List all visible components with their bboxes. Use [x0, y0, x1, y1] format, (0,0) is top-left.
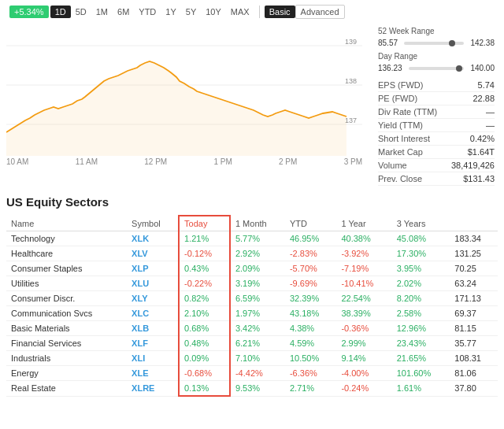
cell-today: 0.43%: [179, 261, 230, 276]
cell-symbol[interactable]: XLU: [127, 276, 179, 291]
cell-1month: 1.97%: [230, 306, 285, 321]
cell-3years: 12.96%: [392, 321, 450, 336]
time-btn-ytd[interactable]: YTD: [134, 6, 161, 18]
cell-3years: 17.30%: [392, 246, 450, 261]
short-interest-label: Short Interest: [378, 134, 430, 143]
cell-3years: 23.43%: [392, 336, 450, 351]
sector-table-header: Name Symbol Today 1 Month YTD 1 Year 3 Y…: [6, 216, 498, 231]
cell-1month: 3.42%: [230, 321, 285, 336]
cell-3years: 2.58%: [392, 306, 450, 321]
cell-symbol[interactable]: XLP: [127, 261, 179, 276]
time-btn-1y[interactable]: 1Y: [161, 6, 180, 18]
time-btn-1m[interactable]: 1M: [91, 6, 113, 18]
cell-1month: 6.59%: [230, 291, 285, 306]
col-1month: 1 Month: [230, 216, 285, 231]
cell-extra: 69.37: [450, 306, 498, 321]
cell-symbol[interactable]: XLF: [127, 336, 179, 351]
table-row: Consumer Discr. XLY 0.82% 6.59% 32.39% 2…: [6, 291, 498, 306]
percent-badge: +5.34%: [9, 6, 49, 18]
svg-marker-6: [6, 61, 346, 156]
table-row: Technology XLK 1.21% 5.77% 46.95% 40.38%…: [6, 231, 498, 246]
cell-symbol[interactable]: XLB: [127, 321, 179, 336]
prev-close-value: $131.43: [463, 174, 495, 183]
divrate-row: Div Rate (TTM) —: [378, 105, 495, 119]
time-btn-1d[interactable]: 1D: [50, 6, 71, 18]
cell-symbol[interactable]: XLE: [127, 366, 179, 381]
cell-name: Utilities: [6, 276, 127, 291]
cell-symbol[interactable]: XLRE: [127, 381, 179, 397]
cell-1year: -0.24%: [336, 381, 391, 397]
cell-1month: 2.92%: [230, 246, 285, 261]
time-btn-6m[interactable]: 6M: [113, 6, 134, 18]
yield-row: Yield (TTM) —: [378, 119, 495, 132]
yield-value: —: [486, 120, 495, 130]
table-row: Energy XLE -0.68% -4.42% -6.36% -4.00% 1…: [6, 366, 498, 381]
divrate-value: —: [486, 107, 495, 116]
time-btn-5y[interactable]: 5Y: [181, 6, 201, 18]
week-range-label: 52 Week Range: [378, 25, 495, 37]
sector-table: Name Symbol Today 1 Month YTD 1 Year 3 Y…: [6, 215, 498, 397]
day-range-row: 136.23 140.00: [378, 62, 495, 74]
cell-symbol[interactable]: XLK: [127, 231, 179, 246]
cell-name: Consumer Staples: [6, 261, 127, 276]
cell-today: 0.13%: [179, 381, 230, 397]
cell-ytd: 2.71%: [285, 381, 336, 397]
day-range-slider: [409, 67, 465, 70]
svg-text:137: 137: [345, 116, 357, 124]
cell-3years: 101.60%: [392, 366, 450, 381]
cell-ytd: -9.69%: [285, 276, 336, 291]
day-range-high: 140.00: [470, 64, 495, 72]
cell-1year: 2.99%: [336, 336, 391, 351]
cell-1year: 22.54%: [336, 291, 391, 306]
cell-name: Healthcare: [6, 246, 127, 261]
right-panel: 52 Week Range 85.57 142.38 Day Range 136…: [369, 22, 504, 189]
col-1year: 1 Year: [336, 216, 391, 231]
divrate-label: Div Rate (TTM): [378, 107, 437, 116]
cell-symbol[interactable]: XLI: [127, 351, 179, 366]
cell-ytd: 46.95%: [285, 231, 336, 246]
cell-1year: -10.41%: [336, 276, 391, 291]
time-btn-5d[interactable]: 5D: [71, 6, 91, 18]
cell-ytd: 43.18%: [285, 306, 336, 321]
cell-symbol[interactable]: XLY: [127, 291, 179, 306]
cell-symbol[interactable]: XLV: [127, 246, 179, 261]
table-row: Financial Services XLF 0.48% 6.21% 4.59%…: [6, 336, 498, 351]
week-range-dot: [449, 40, 455, 46]
week-range-slider: [404, 42, 464, 45]
cell-today: -0.22%: [179, 276, 230, 291]
sector-tbody: Technology XLK 1.21% 5.77% 46.95% 40.38%…: [6, 231, 498, 397]
table-row: Basic Materials XLB 0.68% 3.42% 4.38% -0…: [6, 321, 498, 336]
short-interest-row: Short Interest 0.42%: [378, 132, 495, 146]
volume-label: Volume: [378, 161, 407, 170]
cell-name: Consumer Discr.: [6, 291, 127, 306]
col-symbol: Symbol: [127, 216, 179, 231]
svg-text:139: 139: [345, 38, 357, 46]
cell-1year: -7.19%: [336, 261, 391, 276]
chart-type-btn-advanced[interactable]: Advanced: [295, 5, 345, 19]
cell-1year: -0.36%: [336, 321, 391, 336]
table-row: Real Estate XLRE 0.13% 9.53% 2.71% -0.24…: [6, 381, 498, 397]
time-range-bar: +5.34% 1D5D1M6MYTD1Y5Y10YMAX BasicAdvanc…: [0, 0, 504, 22]
time-buttons: 1D5D1M6MYTD1Y5Y10YMAX: [50, 6, 254, 18]
eps-row: EPS (FWD) 5.74: [378, 79, 495, 92]
cell-extra: 171.13: [450, 291, 498, 306]
sector-title: US Equity Sectors: [6, 195, 498, 209]
main-layout: 139 138 137 10 AM 11 AM 12 PM 1 PM 2 PM …: [0, 22, 504, 189]
week-range-low: 85.57: [378, 39, 398, 47]
day-range-label: Day Range: [378, 50, 495, 62]
cell-name: Technology: [6, 231, 127, 246]
table-row: Communication Svcs XLC 2.10% 1.97% 43.18…: [6, 306, 498, 321]
eps-value: 5.74: [478, 80, 495, 90]
cell-ytd: 4.59%: [285, 336, 336, 351]
chart-type-btn-basic[interactable]: Basic: [265, 6, 295, 18]
cell-3years: 45.08%: [392, 231, 450, 246]
time-btn-max[interactable]: MAX: [226, 6, 254, 18]
pe-row: PE (FWD) 22.88: [378, 92, 495, 105]
col-3years: 3 Years: [392, 216, 450, 231]
cell-symbol[interactable]: XLC: [127, 306, 179, 321]
x-label-10am: 10 AM: [6, 157, 28, 166]
time-btn-10y[interactable]: 10Y: [201, 6, 226, 18]
volume-row: Volume 38,419,426: [378, 159, 495, 172]
cell-1year: 9.14%: [336, 351, 391, 366]
cell-1month: 5.77%: [230, 231, 285, 246]
